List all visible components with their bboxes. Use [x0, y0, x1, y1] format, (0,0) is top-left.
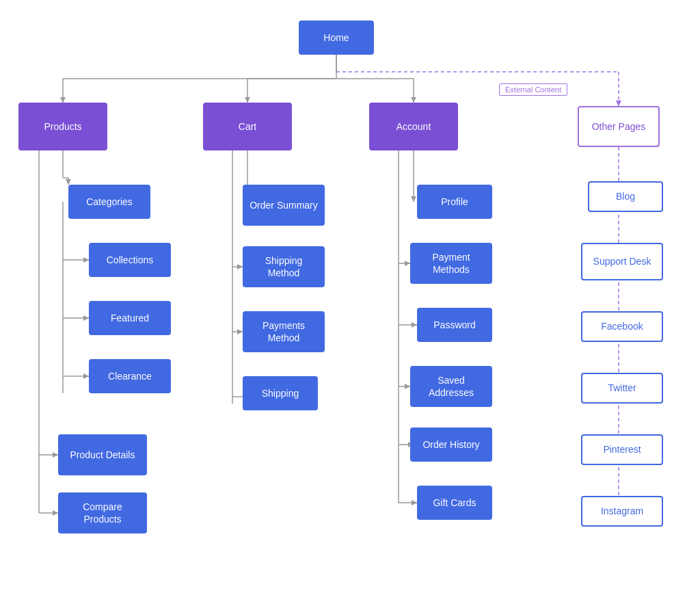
node-clearance: Clearance — [89, 359, 171, 393]
node-order-summary: Order Summary — [243, 185, 325, 226]
node-gift-cards: Gift Cards — [417, 486, 492, 520]
svg-marker-24 — [83, 373, 89, 379]
svg-marker-43 — [405, 261, 410, 266]
svg-marker-17 — [66, 179, 71, 185]
node-product-details: Product Details — [58, 434, 147, 475]
node-password: Password — [417, 308, 492, 342]
node-home: Home — [299, 21, 374, 55]
node-other-pages: Other Pages — [578, 106, 660, 147]
node-compare-products: Compare Products — [58, 492, 147, 533]
node-payment-methods: Payment Methods — [410, 243, 492, 284]
svg-marker-45 — [412, 322, 417, 328]
svg-marker-22 — [83, 315, 89, 321]
svg-marker-3 — [60, 97, 66, 103]
node-shipping: Shipping — [243, 376, 318, 410]
svg-marker-6 — [245, 97, 250, 103]
svg-marker-47 — [405, 384, 410, 389]
svg-marker-51 — [412, 500, 417, 505]
svg-marker-20 — [83, 257, 89, 263]
diagram-container: Home Products Cart Account Other Pages E… — [0, 0, 700, 593]
svg-marker-36 — [237, 329, 243, 334]
node-account: Account — [369, 103, 458, 150]
svg-marker-40 — [411, 196, 416, 202]
node-facebook: Facebook — [581, 311, 663, 342]
node-categories: Categories — [68, 185, 150, 219]
node-pinterest: Pinterest — [581, 434, 663, 465]
node-support-desk: Support Desk — [581, 243, 663, 280]
node-blog: Blog — [588, 181, 663, 212]
svg-marker-27 — [53, 452, 58, 458]
node-profile: Profile — [417, 185, 492, 219]
node-shipping-method: Shipping Method — [243, 246, 325, 287]
svg-marker-34 — [237, 264, 243, 269]
node-collections: Collections — [89, 243, 171, 277]
svg-marker-13 — [616, 101, 621, 106]
node-featured: Featured — [89, 301, 171, 335]
external-content-label: External Content — [499, 83, 567, 96]
node-products: Products — [18, 103, 107, 150]
node-cart: Cart — [203, 103, 292, 150]
svg-marker-9 — [411, 97, 416, 103]
node-saved-addresses: Saved Addresses — [410, 366, 492, 407]
node-instagram: Instagram — [581, 496, 663, 527]
node-payments-method: Payments Method — [243, 311, 325, 352]
svg-marker-29 — [53, 510, 58, 516]
node-twitter: Twitter — [581, 373, 663, 404]
node-order-history: Order History — [410, 427, 492, 462]
